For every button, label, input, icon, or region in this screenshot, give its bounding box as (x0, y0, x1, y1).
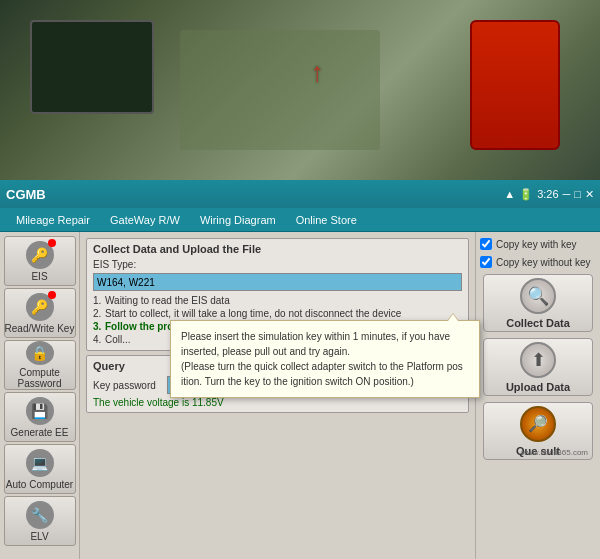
sidebar-item-auto-computer[interactable]: 💻 Auto Computer (4, 444, 76, 494)
close-icon[interactable]: ✕ (585, 188, 594, 201)
tooltip-line4: ition. Turn the key to the ignition swit… (181, 374, 469, 389)
tooltip-arrow-inner (448, 314, 458, 321)
auto-computer-icon: 💻 (26, 449, 54, 477)
sidebar-label-cp: Compute Password (5, 367, 75, 389)
maximize-icon[interactable]: □ (574, 188, 581, 200)
copy-key-with-key-label: Copy key with key (496, 239, 577, 250)
eis-type-label: EIS Type: (93, 259, 163, 270)
sidebar: 🔑 EIS 🔑 Read/Write Key 🔒 Compute Passwor… (0, 232, 80, 559)
collect-data-icon: 🔍 (520, 278, 556, 314)
tooltip-line3: (Please turn the quick collect adapter s… (181, 359, 469, 374)
wifi-icon: ▲ (504, 188, 515, 200)
app-logo: CGMB (6, 187, 46, 202)
copy-key-without-key-label: Copy key without key (496, 257, 591, 268)
menu-online-store[interactable]: Online Store (286, 211, 367, 229)
eis-type-row: EIS Type: (93, 259, 462, 270)
watermark: www.obdii365.com (521, 448, 588, 457)
status-step-2: 2. Start to collect, it will take a long… (93, 307, 462, 320)
collect-data-button[interactable]: 🔍 Collect Data (483, 274, 593, 332)
arrow-indicator: ↓ (310, 60, 324, 92)
query-result-button[interactable]: 🔎 Que sult www.obdii365.com (483, 402, 593, 460)
copy-key-with-key-checkbox[interactable] (480, 238, 492, 250)
menu-wiring-diagram[interactable]: Wiring Diagram (190, 211, 286, 229)
center-panel: Collect Data and Upload the File EIS Typ… (80, 232, 475, 559)
generate-ee-icon: 💾 (26, 397, 54, 425)
video-area: ↓ (0, 0, 600, 180)
copy-key-with-key-row[interactable]: Copy key with key (480, 238, 596, 250)
read-write-key-icon: 🔑 (26, 293, 54, 321)
menu-mileage-repair[interactable]: Mileage Repair (6, 211, 100, 229)
menu-gateway-rw[interactable]: GateWay R/W (100, 211, 190, 229)
collect-data-label: Collect Data (506, 317, 570, 329)
query-result-icon: 🔎 (520, 406, 556, 442)
voltage-display: The vehicle voltage is 11.85V (93, 397, 462, 408)
right-panel: Copy key with key Copy key without key 🔍… (475, 232, 600, 559)
eis-value-row (93, 273, 462, 291)
sidebar-item-eis[interactable]: 🔑 EIS (4, 236, 76, 286)
sidebar-label-rwk: Read/Write Key (5, 323, 75, 334)
tooltip-popup: Please insert the simulation key within … (170, 320, 480, 398)
status-step-1: 1. Waiting to read the EIS data (93, 294, 462, 307)
sidebar-label-gee: Generate EE (11, 427, 69, 438)
main-content: 🔑 EIS 🔑 Read/Write Key 🔒 Compute Passwor… (0, 232, 600, 559)
sidebar-label-ac: Auto Computer (6, 479, 73, 490)
menubar: Mileage Repair GateWay R/W Wiring Diagra… (0, 208, 600, 232)
copy-key-without-key-row[interactable]: Copy key without key (480, 256, 596, 268)
sidebar-item-read-write-key[interactable]: 🔑 Read/Write Key (4, 288, 76, 338)
eis-icon: 🔑 (26, 241, 54, 269)
copy-key-without-key-checkbox[interactable] (480, 256, 492, 268)
key-password-label: Key password (93, 380, 163, 391)
time-display: 3:26 (537, 188, 558, 200)
battery-icon: 🔋 (519, 188, 533, 201)
eis-type-input[interactable] (93, 273, 462, 291)
upload-data-icon: ⬆ (520, 342, 556, 378)
device-red (470, 20, 560, 150)
upload-data-label: Upload Data (506, 381, 570, 393)
taskbar-icons: ▲ 🔋 3:26 ─ □ ✕ (504, 188, 594, 201)
compute-password-icon: 🔒 (26, 341, 54, 365)
sidebar-label-elv: ELV (30, 531, 48, 542)
minimize-icon[interactable]: ─ (563, 188, 571, 200)
collect-section-title: Collect Data and Upload the File (93, 243, 462, 255)
elv-icon: 🔧 (26, 501, 54, 529)
sidebar-item-compute-password[interactable]: 🔒 Compute Password (4, 340, 76, 390)
sidebar-label-eis: EIS (31, 271, 47, 282)
taskbar: CGMB ▲ 🔋 3:26 ─ □ ✕ (0, 180, 600, 208)
upload-data-button[interactable]: ⬆ Upload Data (483, 338, 593, 396)
sidebar-item-elv[interactable]: 🔧 ELV (4, 496, 76, 546)
tooltip-line1: Please insert the simulation key within … (181, 329, 469, 344)
sidebar-item-generate-ee[interactable]: 💾 Generate EE (4, 392, 76, 442)
tooltip-line2: inserted, please pull out and try again. (181, 344, 469, 359)
